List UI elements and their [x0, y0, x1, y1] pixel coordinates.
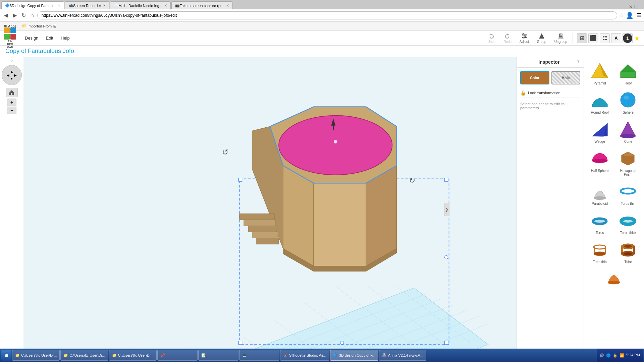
nav-help[interactable]: ? — [11, 59, 13, 63]
zoom-in-button[interactable]: + — [7, 99, 16, 106]
taskbar-icon-1: 📁 — [15, 353, 20, 358]
shape-wedge[interactable]: Wedge — [587, 118, 613, 145]
svg-point-58 — [624, 96, 629, 100]
view-num-btn[interactable]: 1 — [623, 33, 633, 43]
shape-paraboloid[interactable]: Paraboloid — [587, 180, 613, 207]
shape-torus-thick[interactable]: Torus thick — [615, 209, 642, 236]
shape-tube-thin[interactable]: Tube thin — [587, 238, 613, 265]
shape-visual-paraboloid — [590, 181, 610, 201]
taskbar-label-1: C:\Users\ltc User\Dr... — [21, 353, 57, 357]
hole-label: Hole — [562, 76, 570, 80]
forward-button[interactable]: ▶ — [11, 11, 18, 19]
panel-expand-button[interactable]: ❯ — [444, 203, 449, 216]
shape-pyramid[interactable]: Pyramid — [587, 59, 613, 86]
view-solid-btn[interactable]: ⬛ — [588, 33, 598, 43]
address-input[interactable] — [37, 11, 617, 19]
taskbar-item-explorer2[interactable]: 📁 C:\Users\ltc User\Dr... — [60, 350, 108, 361]
svg-point-66 — [594, 196, 606, 200]
undo-action[interactable]: Undo — [485, 31, 498, 45]
menu-icon[interactable]: ☰ — [637, 12, 641, 18]
color-label: Color — [530, 76, 540, 80]
user-icon[interactable]: 👤 — [626, 12, 633, 19]
orbit-control[interactable]: ▲ ◀ ▶ ▼ — [2, 65, 22, 85]
home-button-browser[interactable]: ⌂ — [29, 12, 35, 19]
system-clock[interactable]: 5:24 PM — [626, 353, 640, 358]
lock-text: Lock transformation — [528, 91, 560, 95]
bookmark-imported[interactable]: 📁 Imported From IE — [20, 23, 58, 29]
main-content: ? ▲ ◀ ▶ ▼ — [0, 57, 644, 362]
shape-torus-thin[interactable]: Torus thin — [615, 180, 642, 207]
shape-hexagonal-prism[interactable]: Hexagonal Prism — [615, 147, 642, 178]
shape-round-roof[interactable]: Round Roof — [587, 88, 613, 116]
shape-half-sphere[interactable]: Half Sphere — [587, 147, 613, 178]
start-button[interactable]: ⊞ — [1, 350, 11, 361]
tab-close-2[interactable]: ✕ — [103, 4, 106, 7]
imported-icon: 📁 — [22, 24, 26, 28]
taskbar-item-tinkercad[interactable]: 🔷 3D design Copy of F... — [330, 350, 378, 361]
tray-icon-3[interactable]: 🔒 — [613, 353, 618, 358]
shape-label-tube-thin: Tube thin — [593, 260, 607, 264]
menu-edit[interactable]: Edit — [42, 34, 56, 43]
zoom-out-button[interactable]: − — [7, 107, 16, 114]
tray-icon-1[interactable]: 🔊 — [599, 353, 604, 358]
shape-tube[interactable]: Tube — [615, 238, 642, 265]
home-view-button[interactable] — [6, 88, 18, 97]
imported-label: Imported From IE — [28, 24, 56, 28]
shape-label-cone: Cone — [624, 140, 632, 143]
view-grid-btn[interactable]: ⊞ — [577, 33, 587, 43]
shape-visual-torus-thin — [618, 181, 638, 201]
taskbar-item-4[interactable]: 📌 — [157, 350, 198, 361]
redo-label: Redo — [503, 40, 512, 44]
view-wireframe-btn[interactable]: ☷ — [600, 33, 610, 43]
svg-point-77 — [624, 245, 632, 248]
svg-point-1 — [525, 35, 526, 37]
ungroup-action[interactable]: Ungroup — [552, 31, 570, 45]
svg-point-0 — [523, 34, 524, 35]
tab-screen-recorder[interactable]: 📹 Screen Recorder ✕ — [65, 1, 109, 9]
reload-button[interactable]: ↻ — [20, 11, 27, 19]
tab-close-3[interactable]: ✕ — [164, 4, 167, 7]
tab-favicon-3: ✉️ — [114, 3, 118, 8]
browser-close[interactable]: ✕ ❐ − — [629, 4, 643, 9]
taskbar-item-word[interactable]: 📝 — [198, 350, 238, 361]
shape-roof[interactable]: Roof — [615, 59, 642, 86]
tab-screenshot[interactable]: 📸 Take a screen capture (pr... ✕ — [171, 1, 233, 9]
shape-visual-tube — [618, 239, 638, 259]
favorite-button[interactable]: ★ — [634, 34, 640, 42]
shape-visual-torus-thick — [618, 210, 638, 230]
back-button[interactable]: ◀ — [3, 11, 9, 19]
group-action[interactable]: Group — [534, 31, 549, 45]
view-text-btn[interactable]: A — [611, 33, 621, 43]
viewport[interactable]: Workplane ↺ — [23, 57, 517, 362]
taskbar-item-explorer3[interactable]: 📁 C:\Users\ltc User\Dr... — [109, 350, 157, 361]
shape-label-round-roof: Round Roof — [591, 111, 609, 114]
inspector-help-icon[interactable]: ? — [577, 59, 580, 64]
taskbar-item-afinia[interactable]: 🖨️ Afinia V2.14 www.A... — [379, 350, 426, 361]
tab-active[interactable]: 🔷 3D design Copy of Fantab... ✕ — [1, 1, 64, 9]
shape-label-hexagonal-prism: Hexagonal Prism — [616, 169, 640, 176]
taskbar-item-silhouette[interactable]: ✂️ Silhouette Studio: Air... — [280, 350, 329, 361]
svg-point-75 — [594, 252, 606, 256]
taskbar-item-browser[interactable]: 💻 — [239, 350, 279, 361]
menu-design[interactable]: Design — [21, 34, 42, 43]
tab-close[interactable]: ✕ — [58, 4, 60, 7]
shape-sphere[interactable]: Sphere — [615, 88, 642, 116]
menu-help[interactable]: Help — [57, 34, 73, 43]
color-button[interactable]: Color — [520, 71, 549, 84]
tab-mail[interactable]: ✉️ Mail - Danielle Nicole Ing... ✕ — [110, 1, 171, 9]
hole-button[interactable]: Hole — [551, 71, 581, 84]
bookmark-star[interactable]: ☆ — [619, 12, 624, 18]
redo-action[interactable]: Redo — [501, 31, 514, 45]
adjust-action[interactable]: Adjust — [517, 31, 532, 45]
shape-torus[interactable]: Torus — [587, 209, 613, 236]
shape-visual-round-roof — [590, 90, 610, 110]
tray-icon-4[interactable]: 📶 — [620, 353, 624, 358]
shape-cone[interactable]: Cone — [615, 118, 642, 145]
lock-row[interactable]: 🔒 Lock transformation — [520, 88, 580, 98]
taskbar-item-explorer1[interactable]: 📁 C:\Users\ltc User\Dr... — [12, 350, 60, 361]
logo-cell-tin — [4, 27, 10, 33]
orbit-circle[interactable]: ▲ ◀ ▶ ▼ — [2, 65, 22, 85]
tab-close-4[interactable]: ✕ — [226, 4, 229, 7]
tray-icon-2[interactable]: 🌐 — [606, 353, 611, 358]
shape-label-half-sphere: Half Sphere — [591, 169, 609, 173]
